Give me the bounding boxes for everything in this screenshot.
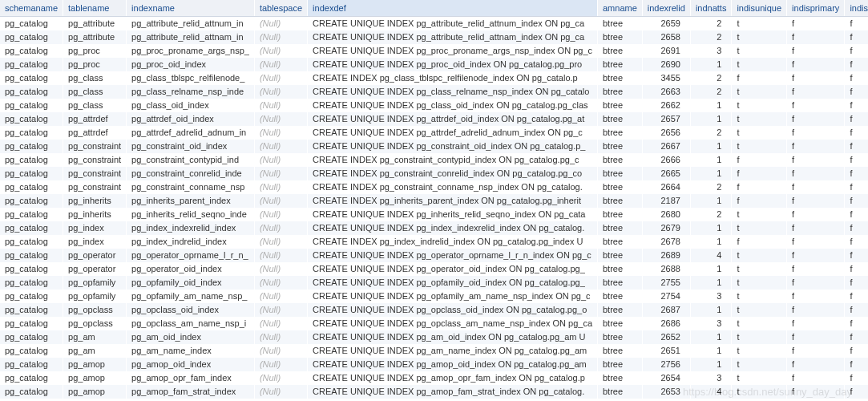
cell-amname[interactable]: btree xyxy=(598,153,643,167)
cell-indexname[interactable]: pg_proc_proname_args_nsp_ xyxy=(127,44,255,58)
column-header-indnatts[interactable]: indnatts xyxy=(690,0,732,17)
cell-indexname[interactable]: pg_constraint_conrelid_inde xyxy=(127,167,255,180)
cell-indisclustered[interactable]: f xyxy=(845,344,868,358)
cell-tablespace[interactable]: (Null) xyxy=(254,126,307,140)
cell-indisunique[interactable]: t xyxy=(732,385,787,399)
cell-indisprimary[interactable]: f xyxy=(787,126,845,140)
cell-tablespace[interactable]: (Null) xyxy=(254,194,307,208)
cell-indexname[interactable]: pg_constraint_contypid_ind xyxy=(127,153,255,167)
cell-indexdef[interactable]: CREATE UNIQUE INDEX pg_am_name_index ON … xyxy=(308,344,598,358)
cell-tablename[interactable]: pg_constraint xyxy=(63,167,127,180)
cell-indnatts[interactable]: 2 xyxy=(690,30,732,44)
cell-indexdef[interactable]: CREATE INDEX pg_constraint_conname_nsp_i… xyxy=(308,180,598,194)
cell-indisunique[interactable]: t xyxy=(732,344,787,358)
cell-indisunique[interactable]: t xyxy=(732,17,787,30)
cell-amname[interactable]: btree xyxy=(598,30,643,44)
cell-indisprimary[interactable]: f xyxy=(787,71,845,85)
cell-indexname[interactable]: pg_inherits_relid_seqno_inde xyxy=(127,208,255,221)
cell-indisclustered[interactable]: f xyxy=(845,371,868,385)
cell-indnatts[interactable]: 1 xyxy=(690,358,732,371)
cell-indisunique[interactable]: t xyxy=(732,112,787,126)
cell-indexrelid[interactable]: 2755 xyxy=(642,276,690,290)
table-row[interactable]: pg_catalogpg_ampg_am_name_index(Null)CRE… xyxy=(0,344,868,358)
cell-indisunique[interactable]: f xyxy=(732,71,787,85)
cell-tablename[interactable]: pg_attribute xyxy=(63,17,127,30)
cell-indisprimary[interactable]: f xyxy=(787,290,845,303)
table-row[interactable]: pg_catalogpg_inheritspg_inherits_relid_s… xyxy=(0,208,868,221)
cell-indisunique[interactable]: f xyxy=(732,194,787,208)
cell-indnatts[interactable]: 2 xyxy=(690,85,732,99)
cell-indisunique[interactable]: f xyxy=(732,153,787,167)
cell-tablename[interactable]: pg_operator xyxy=(63,262,127,276)
cell-indexname[interactable]: pg_class_oid_index xyxy=(127,99,255,112)
cell-indexrelid[interactable]: 2652 xyxy=(642,330,690,344)
table-row[interactable]: pg_catalogpg_operatorpg_operator_oprname… xyxy=(0,249,868,262)
cell-indisprimary[interactable]: f xyxy=(787,153,845,167)
cell-indexdef[interactable]: CREATE UNIQUE INDEX pg_operator_oprname_… xyxy=(308,249,598,262)
cell-tablename[interactable]: pg_attrdef xyxy=(63,112,127,126)
cell-indnatts[interactable]: 3 xyxy=(690,371,732,385)
cell-tablename[interactable]: pg_proc xyxy=(63,44,127,58)
cell-indisprimary[interactable]: f xyxy=(787,17,845,30)
cell-amname[interactable]: btree xyxy=(598,17,643,30)
cell-indisunique[interactable]: t xyxy=(732,126,787,140)
cell-indexrelid[interactable]: 2657 xyxy=(642,112,690,126)
cell-tablespace[interactable]: (Null) xyxy=(254,30,307,44)
cell-indnatts[interactable]: 2 xyxy=(690,126,732,140)
cell-indexdef[interactable]: CREATE UNIQUE INDEX pg_class_relname_nsp… xyxy=(308,85,598,99)
cell-indexname[interactable]: pg_attrdef_oid_index xyxy=(127,112,255,126)
table-row[interactable]: pg_catalogpg_opclasspg_opclass_am_name_n… xyxy=(0,317,868,330)
cell-indnatts[interactable]: 2 xyxy=(690,17,732,30)
cell-indexname[interactable]: pg_opfamily_oid_index xyxy=(127,276,255,290)
cell-indisclustered[interactable]: f xyxy=(845,194,868,208)
cell-tablename[interactable]: pg_index xyxy=(63,235,127,249)
table-row[interactable]: pg_catalogpg_constraintpg_constraint_con… xyxy=(0,180,868,194)
table-row[interactable]: pg_catalogpg_amoppg_amop_oid_index(Null)… xyxy=(0,358,868,371)
cell-indexrelid[interactable]: 2659 xyxy=(642,17,690,30)
cell-indexname[interactable]: pg_constraint_conname_nsp xyxy=(127,180,255,194)
cell-indexdef[interactable]: CREATE UNIQUE INDEX pg_amop_oid_index ON… xyxy=(308,358,598,371)
cell-amname[interactable]: btree xyxy=(598,330,643,344)
cell-indexname[interactable]: pg_attribute_relid_attnum_in xyxy=(127,17,255,30)
cell-indnatts[interactable]: 3 xyxy=(690,290,732,303)
cell-indisunique[interactable]: f xyxy=(732,167,787,180)
cell-indisunique[interactable]: t xyxy=(732,208,787,221)
cell-indexdef[interactable]: CREATE UNIQUE INDEX pg_opclass_oid_index… xyxy=(308,303,598,317)
cell-indisprimary[interactable]: f xyxy=(787,99,845,112)
table-row[interactable]: pg_catalogpg_indexpg_index_indexrelid_in… xyxy=(0,221,868,235)
table-row[interactable]: pg_catalogpg_attrdefpg_attrdef_oid_index… xyxy=(0,112,868,126)
cell-schemaname[interactable]: pg_catalog xyxy=(0,317,63,330)
cell-amname[interactable]: btree xyxy=(598,385,643,399)
column-header-tablename[interactable]: tablename xyxy=(63,0,127,17)
cell-indnatts[interactable]: 1 xyxy=(690,399,732,402)
cell-tablespace[interactable]: (Null) xyxy=(254,303,307,317)
column-header-tablespace[interactable]: tablespace xyxy=(254,0,307,17)
table-row[interactable]: pg_catalogpg_operatorpg_operator_oid_ind… xyxy=(0,262,868,276)
cell-indexname[interactable]: pg_attribute_relid_attnam_in xyxy=(127,30,255,44)
table-row[interactable]: pg_catalogpg_procpg_proc_oid_index(Null)… xyxy=(0,58,868,71)
cell-tablespace[interactable]: (Null) xyxy=(254,17,307,30)
cell-indisprimary[interactable]: f xyxy=(787,112,845,126)
cell-indnatts[interactable]: 1 xyxy=(690,262,732,276)
column-header-amname[interactable]: amname xyxy=(598,0,643,17)
cell-indisunique[interactable]: t xyxy=(732,99,787,112)
cell-indexname[interactable]: pg_amop_oid_index xyxy=(127,358,255,371)
table-row[interactable]: pg_catalogpg_attrdefpg_attrdef_adrelid_a… xyxy=(0,126,868,140)
cell-indisprimary[interactable]: f xyxy=(787,358,845,371)
cell-tablespace[interactable]: (Null) xyxy=(254,85,307,99)
cell-indisunique[interactable]: t xyxy=(732,358,787,371)
cell-indexdef[interactable]: CREATE UNIQUE INDEX pg_proc_oid_index ON… xyxy=(308,58,598,71)
cell-schemaname[interactable]: pg_catalog xyxy=(0,249,63,262)
table-row[interactable]: pg_catalogpg_amoppg_amop_opr_fam_index(N… xyxy=(0,371,868,385)
cell-indisprimary[interactable]: f xyxy=(787,330,845,344)
cell-indisunique[interactable]: t xyxy=(732,221,787,235)
cell-indnatts[interactable]: 2 xyxy=(690,180,732,194)
table-row[interactable]: pg_catalogpg_amprocpg_amproc_oid_index(N… xyxy=(0,399,868,402)
cell-indexdef[interactable]: CREATE UNIQUE INDEX pg_proc_proname_args… xyxy=(308,44,598,58)
table-row[interactable]: pg_catalogpg_attributepg_attribute_relid… xyxy=(0,30,868,44)
cell-indexrelid[interactable]: 2665 xyxy=(642,167,690,180)
cell-amname[interactable]: btree xyxy=(598,235,643,249)
cell-indexname[interactable]: pg_amop_opr_fam_index xyxy=(127,371,255,385)
cell-amname[interactable]: btree xyxy=(598,85,643,99)
cell-indisprimary[interactable]: f xyxy=(787,208,845,221)
